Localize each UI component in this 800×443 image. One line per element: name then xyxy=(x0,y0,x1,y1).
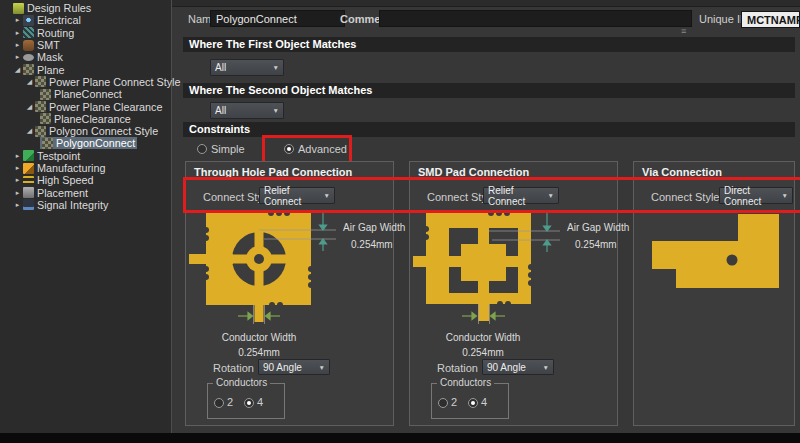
tree-item-label[interactable]: Testpoint xyxy=(37,150,80,162)
second-object-matches-header: Where The Second Object Matches xyxy=(183,83,795,98)
smd-connect-style-dropdown[interactable]: Relief Connect ▼ xyxy=(483,187,559,204)
conductor-width-value: 0.254mm xyxy=(214,347,304,358)
through-hole-connect-style-dropdown[interactable]: Relief Connect ▼ xyxy=(259,187,335,204)
conductors-2-label[interactable]: 2 xyxy=(451,396,457,408)
tree-item-label[interactable]: PolygonConnect xyxy=(56,137,135,149)
air-gap-width-label: Air Gap Width xyxy=(343,222,405,233)
first-object-scope-dropdown[interactable]: All ▼ xyxy=(210,59,284,76)
tree-item-planeconnect[interactable]: PlaneConnect xyxy=(0,88,171,100)
rule-type-icon xyxy=(35,76,46,87)
tree-item-label[interactable]: Design Rules xyxy=(27,2,91,14)
chevron-down-icon: ▼ xyxy=(319,364,325,371)
simple-radio-label[interactable]: Simple xyxy=(211,143,245,155)
tree-item-design-rules[interactable]: Design Rules xyxy=(0,2,171,14)
chevron-down-icon: ▼ xyxy=(273,107,279,114)
rules-tree-panel: Design Rules ▸ Electrical ▸ Routing ▸ SM… xyxy=(0,0,172,433)
tree-item-label[interactable]: Power Plane Connect Style xyxy=(49,76,180,88)
testpoint-icon xyxy=(23,150,34,161)
conductor-width-value: 0.254mm xyxy=(438,347,528,358)
expand-collapsed-icon[interactable]: ▸ xyxy=(12,162,23,174)
expand-expanded-icon[interactable]: ◢ xyxy=(24,76,35,88)
expand-collapsed-icon[interactable]: ▸ xyxy=(12,51,23,63)
tree-item-signal-integrity[interactable]: ▸ Signal Integrity xyxy=(0,199,171,211)
rotation-dropdown[interactable]: 90 Angle ▼ xyxy=(258,359,330,375)
tree-item-label[interactable]: Plane xyxy=(37,64,65,76)
tree-item-mask[interactable]: ▸ Mask xyxy=(0,51,171,63)
tree-item-label[interactable]: Routing xyxy=(37,27,74,39)
tree-item-polygon-connect-style[interactable]: ◢ Polygon Connect Style xyxy=(0,125,171,137)
tree-item-label[interactable]: Placement xyxy=(37,187,88,199)
panel-title: SMD Pad Connection xyxy=(418,166,529,178)
top-strip xyxy=(172,0,800,7)
conductors-2-radio[interactable] xyxy=(214,398,224,408)
conductors-4-radio[interactable] xyxy=(468,398,478,408)
simple-radio[interactable] xyxy=(197,144,207,154)
tree-item-testpoint[interactable]: ▸ Testpoint xyxy=(0,150,171,162)
tree-item-label[interactable]: High Speed xyxy=(37,174,93,186)
conductors-groupbox: Conductors 2 4 xyxy=(207,383,285,419)
bottom-bar xyxy=(0,433,800,443)
comment-grip-icon: ≡ xyxy=(681,26,686,36)
selected-tree-item[interactable]: PolygonConnect xyxy=(40,137,137,149)
expand-expanded-icon[interactable]: ◢ xyxy=(24,125,35,137)
tree-item-manufacturing[interactable]: ▸ Manufacturing xyxy=(0,162,171,174)
tree-item-routing[interactable]: ▸ Routing xyxy=(0,27,171,39)
tree-item-label[interactable]: PlaneConnect xyxy=(54,88,122,100)
tree-item-label[interactable]: SMT xyxy=(37,39,60,51)
expand-collapsed-icon[interactable]: ▸ xyxy=(12,174,23,186)
tree-item-label[interactable]: Electrical xyxy=(37,14,81,26)
conductors-4-label[interactable]: 4 xyxy=(257,396,263,408)
expand-collapsed-icon[interactable]: ▸ xyxy=(12,187,23,199)
chevron-down-icon: ▼ xyxy=(324,192,330,199)
comment-input[interactable] xyxy=(379,10,692,27)
manufacturing-icon xyxy=(23,163,34,174)
tree-item-label[interactable]: Manufacturing xyxy=(37,162,105,174)
rotation-dropdown[interactable]: 90 Angle ▼ xyxy=(482,359,554,375)
advanced-radio-label[interactable]: Advanced xyxy=(298,143,347,155)
conductors-2-label[interactable]: 2 xyxy=(227,396,233,408)
tree-item-high-speed[interactable]: ▸ High Speed xyxy=(0,174,171,186)
tree-item-label[interactable]: Mask xyxy=(37,51,63,63)
advanced-radio[interactable] xyxy=(284,144,294,154)
expand-expanded-icon[interactable]: ◢ xyxy=(12,64,23,76)
conductors-4-radio[interactable] xyxy=(244,398,254,408)
tree-item-label[interactable]: Signal Integrity xyxy=(37,199,108,211)
tree-item-electrical[interactable]: ▸ Electrical xyxy=(0,14,171,26)
tree-item-placement[interactable]: ▸ Placement xyxy=(0,186,171,198)
tree-item-label[interactable]: Polygon Connect Style xyxy=(49,125,158,137)
chevron-down-icon: ▼ xyxy=(782,192,788,199)
tree-item-planeclearance[interactable]: PlaneClearance xyxy=(0,113,171,125)
expand-collapsed-icon[interactable]: ▸ xyxy=(12,27,23,39)
dropdown-value: Direct Connect xyxy=(724,185,778,207)
expand-collapsed-icon[interactable]: ▸ xyxy=(12,150,23,162)
chevron-down-icon: ▼ xyxy=(543,364,549,371)
expand-collapsed-icon[interactable]: ▸ xyxy=(12,39,23,51)
high-speed-icon xyxy=(23,176,34,185)
placement-icon xyxy=(23,187,34,198)
name-input[interactable]: PolygonConnect xyxy=(210,10,345,27)
expand-collapsed-icon[interactable]: ▸ xyxy=(12,199,23,211)
unique-id-field[interactable]: MCTNAMFK xyxy=(741,11,800,28)
pcb-rules-dialog: Design Rules ▸ Electrical ▸ Routing ▸ SM… xyxy=(0,0,800,443)
conductors-4-label[interactable]: 4 xyxy=(481,396,487,408)
dropdown-value: 90 Angle xyxy=(487,362,526,373)
tree-item-polygonconnect[interactable]: PolygonConnect xyxy=(0,137,171,149)
tree-item-power-plane-clearance[interactable]: ◢ Power Plane Clearance xyxy=(0,100,171,112)
tree-item-power-plane-connect-style[interactable]: ◢ Power Plane Connect Style xyxy=(0,76,171,88)
conductors-groupbox: Conductors 2 4 xyxy=(431,383,509,419)
via-connect-style-dropdown[interactable]: Direct Connect ▼ xyxy=(719,187,793,204)
tree-item-label[interactable]: Power Plane Clearance xyxy=(49,101,162,113)
chevron-down-icon: ▼ xyxy=(273,64,279,71)
expand-expanded-icon[interactable]: ◢ xyxy=(24,101,35,113)
expand-collapsed-icon[interactable]: ▸ xyxy=(12,14,23,26)
mask-icon xyxy=(23,54,34,61)
rotation-label: Rotation xyxy=(213,362,254,374)
tree-item-plane[interactable]: ◢ Plane xyxy=(0,63,171,75)
smd-pad-connection-panel: SMD Pad Connection Connect Style Relief … xyxy=(409,161,618,426)
dropdown-value: All xyxy=(215,62,226,73)
tree-item-smt[interactable]: ▸ SMT xyxy=(0,39,171,51)
second-object-scope-dropdown[interactable]: All ▼ xyxy=(210,102,284,119)
tree-item-label[interactable]: PlaneClearance xyxy=(54,113,131,125)
rotation-label: Rotation xyxy=(437,362,478,374)
conductors-2-radio[interactable] xyxy=(438,398,448,408)
